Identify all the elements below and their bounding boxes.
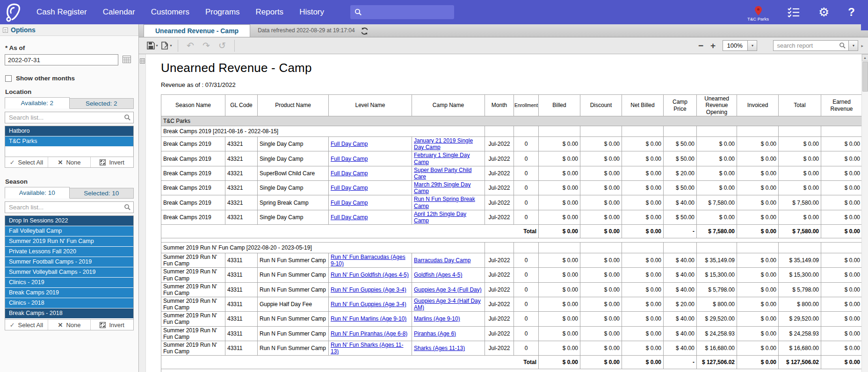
- scroll-up-icon[interactable]: ▲: [862, 54, 868, 61]
- level-link[interactable]: Full Day Camp: [331, 156, 368, 162]
- list-item[interactable]: T&C Parks: [5, 136, 133, 147]
- season-tab-available[interactable]: Available: 10: [5, 187, 70, 199]
- camp-link[interactable]: Guppies Age 3-4 (Half Day AM): [414, 298, 481, 311]
- zoom-out-button[interactable]: −: [694, 41, 707, 51]
- list-item[interactable]: Break Camps - 2018: [5, 308, 133, 319]
- list-item[interactable]: Clinics - 2019: [5, 278, 133, 288]
- column-header: Discount: [580, 95, 622, 116]
- zoom-level-value[interactable]: 100%: [723, 40, 748, 51]
- camp-link[interactable]: Super Bowl Party Child Care: [414, 167, 471, 180]
- scrollbar-thumb[interactable]: [862, 62, 868, 92]
- checklist-icon[interactable]: [788, 7, 800, 17]
- season-tab-selected[interactable]: Selected: 10: [70, 188, 134, 199]
- camp-link[interactable]: February 1 Single Day Camp: [414, 152, 470, 165]
- level-link[interactable]: Full Day Camp: [331, 141, 368, 147]
- cell: $ 0.00: [580, 166, 622, 180]
- camp-link[interactable]: Marlins (Age 9-10): [414, 315, 460, 322]
- camp-name-cell: Barracudas Day Camp: [412, 253, 485, 268]
- location-badge[interactable]: T&C Parks: [747, 6, 769, 21]
- zoom-dropdown-button[interactable]: ▾: [748, 40, 757, 51]
- level-link[interactable]: Full Day Camp: [331, 185, 368, 191]
- nav-item-programs[interactable]: Programs: [205, 7, 240, 17]
- list-item[interactable]: Summer 2019 Run N' Fun Camp: [5, 236, 133, 247]
- reset-button[interactable]: ↺: [214, 40, 230, 51]
- list-item[interactable]: Summer Football Camps - 2019: [5, 257, 133, 267]
- level-link[interactable]: Run N' Fun Barracudas (Ages 9-10): [331, 254, 405, 267]
- list-item[interactable]: Fall Volleyball Camp: [5, 226, 133, 236]
- show-other-months-checkbox[interactable]: [5, 75, 12, 82]
- level-link[interactable]: Full Day Camp: [331, 200, 368, 206]
- nav-item-customers[interactable]: Customers: [151, 7, 189, 17]
- level-link[interactable]: Run N' Fun Piranhas (Age 6-8): [331, 330, 407, 337]
- cell: $ 0.00: [779, 166, 821, 180]
- camp-link[interactable]: Guppies Age 3-4 (Full Day): [414, 286, 482, 293]
- nav-item-reports[interactable]: Reports: [256, 7, 284, 17]
- vertical-scrollbar[interactable]: ▲: [861, 54, 868, 372]
- nav-search-input[interactable]: [350, 5, 454, 19]
- list-item[interactable]: Summer Volleyball Camps - 2019: [5, 267, 133, 278]
- season-select-all-button[interactable]: ✓ Select All: [5, 320, 48, 330]
- season-search-input[interactable]: [5, 201, 134, 213]
- save-report-button[interactable]: ▾: [145, 39, 159, 52]
- camp-link[interactable]: Sharks (Ages 11-13): [414, 345, 465, 351]
- camp-link[interactable]: Run N Fun Spring Break Camp: [414, 196, 475, 209]
- export-report-button[interactable]: ▾: [159, 39, 174, 52]
- cell: $ 15,300.00: [779, 268, 821, 282]
- as-of-date-input[interactable]: [5, 54, 118, 65]
- camp-link[interactable]: Barracudas Day Camp: [414, 257, 470, 264]
- report-tab[interactable]: Unearned Revenue - Camp: [144, 24, 250, 37]
- collapse-panel-icon[interactable]: [3, 28, 8, 33]
- location-invert-button[interactable]: Invert: [91, 157, 133, 167]
- report-search-input[interactable]: [773, 40, 849, 51]
- location-search-input[interactable]: [5, 112, 134, 123]
- list-item[interactable]: Hatboro: [5, 126, 133, 136]
- cell: Jul-2022: [485, 326, 514, 341]
- location-none-button[interactable]: ✕ None: [48, 157, 91, 167]
- camp-link[interactable]: Piranhas (Age 6): [414, 330, 456, 337]
- options-panel: Options * As of Show other months: [0, 24, 139, 372]
- zoom-in-button[interactable]: +: [707, 41, 719, 51]
- cell: 43311: [225, 253, 258, 268]
- camp-link[interactable]: Goldfish (Ages 4-5): [414, 272, 462, 278]
- nav-item-history[interactable]: History: [299, 7, 324, 17]
- expand-arrow-icon[interactable]: ▸: [861, 43, 863, 48]
- list-item[interactable]: Clinics - 2018: [5, 298, 133, 308]
- camp-link[interactable]: April 12th Single Day Camp: [414, 211, 466, 224]
- report-search-dropdown-button[interactable]: ▾: [849, 40, 858, 51]
- nav-item-cash-register[interactable]: Cash Register: [36, 7, 87, 17]
- settings-gear-icon[interactable]: ⚙: [818, 6, 829, 18]
- cell: Run N Fun Summer Camp: [258, 312, 329, 326]
- level-link[interactable]: Run N' Fun Guppies (Age 3-4): [331, 301, 406, 308]
- help-icon[interactable]: ?: [848, 7, 855, 18]
- calendar-picker-button[interactable]: [122, 55, 131, 64]
- location-tab-selected[interactable]: Selected: 2: [70, 98, 134, 109]
- redo-button[interactable]: ↷: [198, 40, 214, 51]
- cell: 43321: [225, 210, 258, 224]
- list-item[interactable]: Drop In Sessions 2022: [5, 216, 133, 226]
- grid-toggle-icon[interactable]: [140, 58, 145, 64]
- level-link[interactable]: Run N' Fun Sharks (Ages 11-13): [331, 342, 403, 355]
- camp-name-cell: February 1 Single Day Camp: [412, 151, 485, 166]
- location-tab-available[interactable]: Available: 2: [5, 97, 70, 109]
- empty-cell: [539, 243, 580, 253]
- list-item[interactable]: Private Lessons Fall 2020: [5, 247, 133, 257]
- cell: $ 16,680.00: [697, 341, 737, 355]
- level-link[interactable]: Full Day Camp: [331, 170, 368, 177]
- season-list: Drop In Sessions 2022Fall Volleyball Cam…: [5, 215, 134, 319]
- season-invert-button[interactable]: Invert: [91, 320, 133, 330]
- nav-item-calendar[interactable]: Calendar: [103, 7, 135, 17]
- season-none-button[interactable]: ✕ None: [48, 320, 91, 330]
- level-link[interactable]: Run N' Fun Goldfish (Ages 4-5): [331, 272, 409, 278]
- level-link[interactable]: Run N' Fun Marlins (Age 9-10): [331, 315, 406, 322]
- undo-button[interactable]: ↶: [182, 40, 198, 51]
- cell: $ 29,520.00: [779, 312, 821, 326]
- refresh-icon[interactable]: [361, 27, 369, 35]
- list-item[interactable]: Break Camps 2019: [5, 288, 133, 298]
- level-link[interactable]: Full Day Camp: [331, 214, 368, 221]
- camp-link[interactable]: January 21 2019 Single Day Camp: [414, 137, 473, 150]
- app-logo-icon[interactable]: [5, 2, 22, 22]
- cell: 43321: [225, 195, 258, 210]
- location-select-all-button[interactable]: ✓ Select All: [5, 157, 48, 167]
- camp-link[interactable]: March 29th Single Day Camp: [414, 181, 470, 194]
- level-link[interactable]: Run N' Fun Guppies (Age 3-4): [331, 286, 406, 293]
